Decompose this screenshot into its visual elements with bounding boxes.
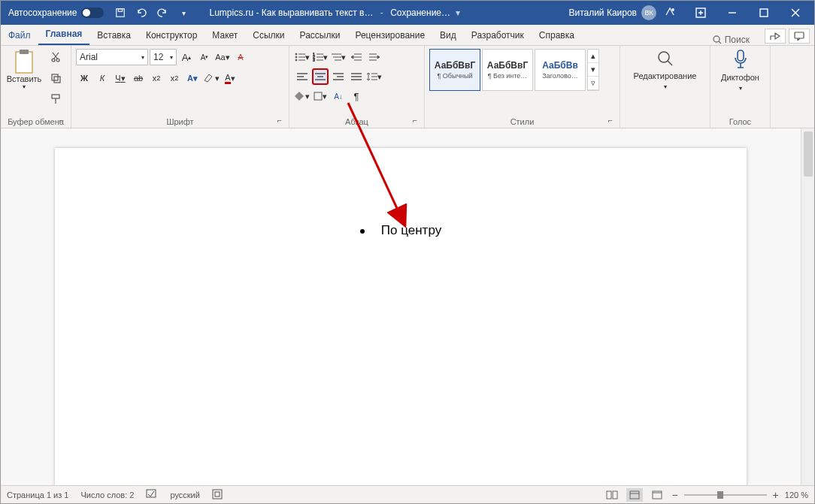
- text-effects-icon[interactable]: A▾: [184, 70, 201, 86]
- align-right-icon[interactable]: [330, 68, 347, 85]
- grow-font-icon[interactable]: A▴: [178, 49, 195, 65]
- style-no-spacing[interactable]: АаБбВвГ¶ Без инте…: [482, 49, 533, 91]
- increase-indent-icon[interactable]: [366, 49, 383, 65]
- share-button[interactable]: [765, 29, 786, 44]
- line-spacing-icon[interactable]: ▾: [366, 68, 383, 85]
- tab-mailings[interactable]: Рассылки: [292, 26, 348, 45]
- copy-icon[interactable]: [47, 70, 64, 86]
- shading-icon[interactable]: ▾: [294, 88, 311, 104]
- page[interactable]: По центру: [55, 148, 747, 485]
- style-heading1[interactable]: АаБбВвЗаголово…: [535, 49, 586, 91]
- style-normal[interactable]: АаБбВвГ¶ Обычный: [429, 49, 480, 91]
- status-page[interactable]: Страница 1 из 1: [7, 490, 68, 499]
- tab-home[interactable]: Главная: [38, 25, 90, 45]
- group-font: Arial▾ 12▾ A▴ A▾ Aa▾ A Ж К Ч▾ ab x2 x2 A…: [71, 46, 289, 128]
- font-launcher-icon[interactable]: ⌐: [275, 116, 284, 125]
- format-painter-icon[interactable]: [47, 91, 64, 107]
- status-bar: Страница 1 из 1 Число слов: 2 русский − …: [1, 485, 814, 503]
- group-label-styles: Стили: [511, 117, 535, 126]
- status-macro-icon[interactable]: [212, 489, 223, 501]
- tab-layout[interactable]: Макет: [205, 26, 245, 45]
- zoom-out-icon[interactable]: −: [671, 489, 677, 501]
- bullets-icon[interactable]: ▾: [294, 49, 311, 65]
- font-color-icon[interactable]: A▾: [222, 70, 238, 86]
- shrink-font-icon[interactable]: A▾: [196, 49, 213, 65]
- svg-rect-10: [795, 32, 804, 38]
- search-placeholder: Поиск: [725, 35, 750, 45]
- clipboard-icon: [13, 49, 35, 74]
- user-block[interactable]: Виталий Каиров ВК: [568, 5, 656, 20]
- multilevel-icon[interactable]: ▾: [330, 49, 347, 65]
- justify-icon[interactable]: [348, 68, 365, 85]
- paste-button[interactable]: Вставить ▾: [5, 49, 43, 90]
- clipboard-launcher-icon[interactable]: ⌐: [57, 116, 66, 125]
- superscript-icon[interactable]: x2: [166, 70, 183, 86]
- font-size-combo[interactable]: 12▾: [150, 49, 177, 65]
- decrease-indent-icon[interactable]: [348, 49, 365, 65]
- highlight-icon[interactable]: ▾: [202, 70, 220, 86]
- align-center-icon[interactable]: [312, 68, 329, 85]
- qat-more-icon[interactable]: ▾: [176, 5, 191, 20]
- search-box[interactable]: Поиск: [702, 35, 760, 45]
- clear-format-icon[interactable]: A: [232, 49, 249, 65]
- dictate-button[interactable]: Диктофон ▾: [715, 49, 765, 92]
- sort-icon[interactable]: A↓: [330, 88, 347, 104]
- find-button[interactable]: Редактирование ▾: [625, 49, 705, 90]
- document-text-line[interactable]: По центру: [138, 223, 664, 238]
- tab-design[interactable]: Конструктор: [138, 26, 205, 45]
- ribbon-options-icon[interactable]: [685, 1, 717, 25]
- ribbon: Вставить ▾ Буфер обмена⌐ Arial▾ 12▾ A▴ A…: [1, 46, 814, 128]
- bold-button[interactable]: Ж: [76, 70, 92, 86]
- tab-view[interactable]: Вид: [432, 26, 464, 45]
- underline-button[interactable]: Ч▾: [112, 70, 129, 86]
- undo-icon[interactable]: [134, 5, 149, 20]
- svg-rect-59: [213, 490, 222, 499]
- tab-references[interactable]: Ссылки: [245, 26, 292, 45]
- view-print-icon[interactable]: [626, 488, 643, 502]
- redo-icon[interactable]: [155, 5, 170, 20]
- tab-insert[interactable]: Вставка: [89, 26, 138, 45]
- status-spellcheck-icon[interactable]: [146, 489, 158, 501]
- zoom-slider-knob[interactable]: [717, 491, 723, 499]
- close-icon[interactable]: [780, 1, 811, 25]
- svg-rect-60: [215, 492, 220, 496]
- numbering-icon[interactable]: 123▾: [312, 49, 329, 65]
- status-word-count[interactable]: Число слов: 2: [80, 490, 134, 499]
- document-title-text: Lumpics.ru - Как выравнивать текст в…: [209, 8, 373, 18]
- status-language[interactable]: русский: [170, 490, 199, 499]
- font-name-combo[interactable]: Arial▾: [76, 49, 148, 65]
- show-marks-icon[interactable]: ¶: [348, 88, 365, 104]
- styles-gallery-nav[interactable]: ▴▾▿: [587, 49, 599, 91]
- styles-launcher-icon[interactable]: ⌐: [606, 116, 615, 125]
- group-styles: АаБбВвГ¶ Обычный АаБбВвГ¶ Без инте… АаБб…: [425, 46, 620, 128]
- comments-button[interactable]: [789, 29, 810, 44]
- svg-point-8: [714, 36, 720, 42]
- tab-file[interactable]: Файл: [1, 26, 38, 45]
- vertical-scrollbar[interactable]: [801, 128, 814, 485]
- change-case-icon[interactable]: Aa▾: [214, 49, 231, 65]
- paste-label: Вставить: [7, 74, 42, 83]
- view-read-icon[interactable]: [604, 488, 620, 502]
- italic-button[interactable]: К: [94, 70, 111, 86]
- scrollbar-thumb[interactable]: [804, 131, 813, 177]
- zoom-in-icon[interactable]: +: [773, 489, 779, 501]
- zoom-level[interactable]: 120 %: [785, 490, 808, 499]
- tab-help[interactable]: Справка: [532, 26, 582, 45]
- minimize-icon[interactable]: [717, 1, 748, 25]
- subscript-icon[interactable]: x2: [148, 70, 165, 86]
- cut-icon[interactable]: [47, 49, 64, 65]
- paragraph-launcher-icon[interactable]: ⌐: [411, 116, 420, 125]
- borders-icon[interactable]: ▾: [312, 88, 329, 104]
- view-web-icon[interactable]: [649, 488, 665, 502]
- save-icon[interactable]: [113, 5, 128, 20]
- strike-button[interactable]: ab: [130, 70, 147, 86]
- autosave-toggle[interactable]: [81, 8, 104, 18]
- svg-point-2: [672, 9, 674, 11]
- svg-rect-54: [314, 92, 322, 100]
- zoom-slider[interactable]: [684, 494, 767, 496]
- tab-developer[interactable]: Разработчик: [464, 26, 532, 45]
- align-left-icon[interactable]: [294, 68, 311, 85]
- coming-soon-icon[interactable]: [662, 5, 677, 20]
- tab-review[interactable]: Рецензирование: [347, 26, 432, 45]
- maximize-icon[interactable]: [748, 1, 780, 25]
